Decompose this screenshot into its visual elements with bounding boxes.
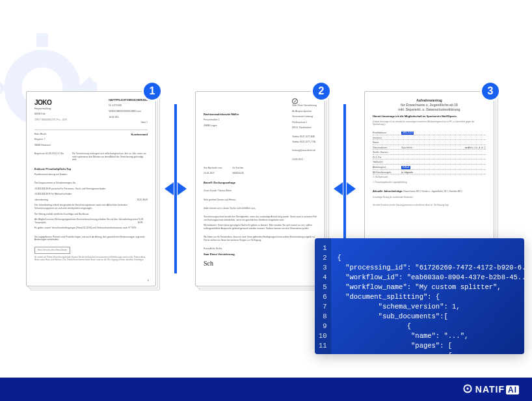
arrow-right-icon	[347, 182, 356, 195]
badge-2: 2	[311, 81, 332, 102]
code-line-numbers: 1 2 3 4 5 6 7 8 9 10 11	[315, 238, 331, 354]
doc1-logo: JOKO	[34, 98, 67, 107]
badge-1: 1	[142, 81, 163, 102]
document-stack-1: JOKO Hauptverwaltung 60596 Köln JOKO / 0…	[26, 91, 156, 286]
code-content: { "processing_id": "61726269-7472-4172-b…	[331, 238, 524, 354]
footer-logo-icon	[463, 384, 472, 393]
arrow-left-icon	[165, 182, 174, 195]
document-page-1: JOKO Hauptverwaltung 60596 Köln JOKO / 0…	[26, 91, 156, 286]
code-output-block: 1 2 3 4 5 6 7 8 9 10 11 { "processing_id…	[315, 238, 524, 354]
footer-logo: NATIFAI	[463, 384, 519, 394]
signature: Sch	[204, 259, 317, 268]
splitter-1	[165, 104, 187, 273]
document-page-2: Rechtsanwaltskanzlei Müller Personenalle…	[195, 91, 325, 286]
svg-rect-1	[36, 33, 48, 47]
arrow-left-icon	[334, 182, 343, 195]
svg-point-11	[466, 387, 468, 389]
badge-3: 3	[480, 81, 501, 102]
document-stack-2: Rechtsanwaltskanzlei Müller Personenalle…	[195, 91, 325, 286]
footer-bar: NATIFAI	[0, 378, 532, 401]
checkmark-icon: ✓	[292, 98, 298, 104]
arrow-right-icon	[178, 182, 187, 195]
diagram-canvas: JOKO Hauptverwaltung 60596 Köln JOKO / 0…	[0, 0, 532, 401]
